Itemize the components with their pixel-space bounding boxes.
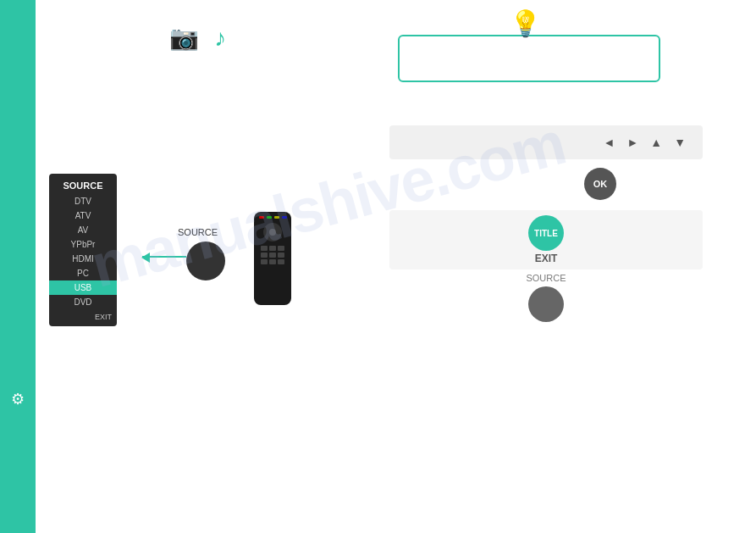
source-menu-title: SOURCE <box>49 179 117 194</box>
music-icon: ♪ <box>214 25 226 52</box>
ok-area: OK <box>584 168 616 200</box>
remote-num-9 <box>278 259 284 264</box>
arrow-left[interactable]: ◄ <box>604 136 615 149</box>
remote-num-grid <box>261 246 284 264</box>
remote-dpad-inner <box>269 229 276 236</box>
remote-num-3 <box>278 246 284 251</box>
title-button[interactable]: TITLE <box>528 215 564 251</box>
remote-dpad <box>263 223 282 242</box>
source-btn-area: SOURCE <box>389 273 703 322</box>
remote-num-4 <box>261 253 268 258</box>
bottom-bar <box>0 465 36 533</box>
remote-color-buttons <box>259 216 287 219</box>
ok-button[interactable]: OK <box>584 168 616 200</box>
remote-control <box>254 212 291 305</box>
remote-num-7 <box>261 259 268 264</box>
source-remote-label: SOURCE <box>178 227 218 237</box>
source-label: SOURCE <box>526 273 566 283</box>
source-menu-dtv[interactable]: DTV <box>49 194 117 208</box>
source-menu-dvd[interactable]: DVD <box>49 295 117 309</box>
exit-label: EXIT <box>535 253 558 264</box>
nav-arrows-area[interactable]: ◄ ► ▲ ▼ <box>389 125 703 159</box>
remote-red-btn <box>259 216 264 219</box>
remote-num-1 <box>261 246 268 251</box>
remote-num-5 <box>269 253 276 258</box>
remote-blue-btn <box>282 216 287 219</box>
bulb-icon: 💡 <box>510 8 541 38</box>
source-menu-hdmi[interactable]: HDMI <box>49 252 117 266</box>
arrow-indicator <box>142 256 186 258</box>
top-icons-area: 📷 ♪ <box>169 24 226 52</box>
remote-num-2 <box>269 246 276 251</box>
remote-yellow-btn <box>274 216 279 219</box>
arrow-up[interactable]: ▲ <box>650 136 662 149</box>
arrow-right[interactable]: ► <box>626 136 638 149</box>
title-exit-area: TITLE EXIT <box>389 210 703 269</box>
remote-green-btn <box>267 216 272 219</box>
bulb-container: 💡 <box>389 8 660 82</box>
gear-icon[interactable]: ⚙ <box>11 390 25 408</box>
source-button[interactable] <box>528 286 564 322</box>
source-menu-exit: EXIT <box>49 309 117 321</box>
left-sidebar: ⚙ <box>0 0 36 533</box>
source-menu-atv[interactable]: ATV <box>49 208 117 223</box>
source-menu-ypbpr[interactable]: YPbPr <box>49 237 117 252</box>
source-menu-av[interactable]: AV <box>49 223 117 237</box>
source-menu: SOURCE DTV ATV AV YPbPr HDMI PC USB DVD … <box>49 174 117 326</box>
remote-num-6 <box>278 253 284 258</box>
camera-icon: 📷 <box>169 24 199 52</box>
bulb-area: 💡 <box>389 8 660 82</box>
source-menu-usb[interactable]: USB <box>49 280 117 295</box>
remote-num-8 <box>269 259 276 264</box>
source-menu-pc[interactable]: PC <box>49 266 117 280</box>
arrow-down[interactable]: ▼ <box>674 136 686 149</box>
remote-source-circle[interactable] <box>186 242 225 280</box>
bulb-info-box <box>398 35 660 82</box>
